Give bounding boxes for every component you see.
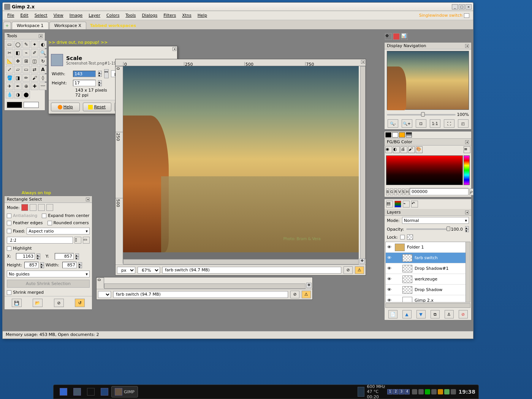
expand-checkbox[interactable]	[42, 214, 46, 218]
paths-tab[interactable]: ⌁	[403, 201, 410, 207]
highlight-checkbox[interactable]	[7, 246, 11, 251]
tray-icon-4[interactable]	[431, 389, 437, 394]
foreground-tool[interactable]: ◧	[14, 49, 22, 57]
zoom-out-button[interactable]: 🔍-	[388, 119, 398, 128]
menu-colors[interactable]: Colors	[103, 12, 122, 19]
layer-row[interactable]: 👁 Drop Shadow#1	[386, 263, 470, 274]
r-channel-button[interactable]: R	[394, 188, 397, 195]
h-down[interactable]: ▼	[40, 265, 44, 268]
pager-1[interactable]: 1	[387, 389, 393, 394]
b-channel-button[interactable]: B	[386, 188, 389, 195]
scrollbar-horizontal[interactable]	[123, 259, 359, 264]
eyedropper-button[interactable]: ⌮	[469, 188, 473, 195]
portrait-button[interactable]: ▯	[74, 237, 81, 244]
color-grad-swatch[interactable]	[406, 132, 412, 138]
layer-scrollbar[interactable]	[466, 242, 470, 302]
w-down[interactable]: ▼	[78, 265, 82, 268]
visibility-icon[interactable]: 👁	[387, 255, 393, 261]
height-up[interactable]: ▲	[98, 80, 102, 83]
picker-menu-tab[interactable]: ≡	[464, 146, 470, 153]
perspective-tool[interactable]: ▭	[22, 66, 30, 73]
delete-options-button[interactable]: ⊘	[54, 299, 64, 307]
opacity-slider[interactable]	[406, 228, 448, 230]
color-bg-swatch[interactable]	[392, 132, 398, 138]
foreground-color-swatch[interactable]	[7, 102, 22, 108]
menu-edit[interactable]: Edit	[17, 12, 31, 19]
fixed-checkbox[interactable]	[7, 229, 11, 233]
anchor-layer-button[interactable]: ⚓	[445, 310, 454, 318]
layer-row[interactable]: 👁 werkzeuge	[386, 274, 470, 285]
y-input[interactable]	[55, 253, 74, 260]
panel-collapse-icon-2[interactable]: ◂	[86, 198, 90, 201]
h-up[interactable]: ▲	[40, 262, 44, 265]
canvas-area[interactable]: Photo: Bram & Vera	[123, 66, 359, 264]
menu-view[interactable]: View	[51, 12, 66, 19]
close-button[interactable]: ×	[466, 4, 472, 10]
menu-file[interactable]: File	[4, 12, 17, 19]
scrollbar-h-2[interactable]	[104, 283, 306, 289]
layer-row[interactable]: 👁 Drop Shadow	[386, 285, 470, 295]
zoom-select[interactable]: 67%	[138, 267, 160, 274]
new-tab-button[interactable]: +	[3, 22, 11, 29]
kmenu-button[interactable]	[57, 386, 70, 397]
color-fg-swatch[interactable]	[385, 132, 391, 138]
shear-tool[interactable]: ▱	[14, 66, 22, 73]
tray-icon-6[interactable]	[444, 389, 450, 394]
g-channel-button[interactable]: G	[390, 188, 393, 195]
shrink-merged-checkbox[interactable]	[7, 290, 11, 295]
tray-icon-3[interactable]	[425, 389, 430, 394]
measure-tool[interactable]: 📐	[6, 57, 13, 65]
zoom-in-button[interactable]: 🔍+	[402, 119, 412, 128]
width-up[interactable]: ▲	[98, 71, 102, 74]
dock-tab-icon[interactable]	[393, 33, 400, 40]
minimize-button[interactable]: _	[452, 4, 458, 10]
s-channel-button[interactable]: S	[402, 188, 405, 195]
pager-3[interactable]: 3	[399, 389, 404, 394]
rotate-tool[interactable]: ↻	[39, 57, 47, 65]
layer-row-folder[interactable]: 👁 Folder 1	[386, 242, 470, 253]
background-color-swatch[interactable]	[24, 102, 39, 108]
y-up[interactable]: ▲	[75, 253, 79, 256]
eraser-tool[interactable]: ◊	[39, 74, 47, 82]
color-collapse-icon[interactable]: ◂	[465, 140, 469, 144]
delete-layer-button[interactable]: ⊘	[459, 310, 468, 318]
workspace-tab-2[interactable]: Workspace X	[49, 22, 86, 29]
navigation-thumbnail[interactable]	[387, 51, 469, 110]
visibility-icon[interactable]: 👁	[387, 277, 393, 282]
battery-icon[interactable]	[358, 387, 364, 397]
hue-strip[interactable]	[464, 155, 470, 185]
wheel-picker-tab[interactable]: ◐	[393, 146, 400, 153]
bucket-tool[interactable]: 🪣	[6, 74, 13, 82]
move-tool[interactable]: ✥	[14, 57, 22, 65]
ellipse-select-tool[interactable]: ◯	[14, 41, 22, 48]
singlewindow-switch[interactable]: Singlewindow switch	[417, 12, 472, 19]
menu-image[interactable]: Image	[66, 12, 86, 19]
layer-hscroll[interactable]	[385, 303, 470, 308]
zoom-window-button[interactable]: ◰	[458, 119, 469, 128]
zoom-slider[interactable]	[387, 114, 456, 116]
opacity-down[interactable]: ▼	[465, 229, 469, 232]
brush-tool[interactable]: 🖌	[31, 74, 38, 82]
menu-select[interactable]: Select	[32, 12, 51, 19]
menu-filters[interactable]: Filters	[160, 12, 179, 19]
warning-button-2[interactable]: ⚠	[302, 291, 311, 298]
canvas-status-text[interactable]	[162, 267, 341, 274]
tray-icon-2[interactable]	[418, 389, 424, 394]
tray-icon-7[interactable]	[451, 389, 456, 394]
panel-collapse-icon[interactable]: ◂	[39, 34, 43, 38]
taskbar-app-gimp[interactable]: GIMP	[111, 386, 138, 397]
x-down[interactable]: ▼	[36, 256, 40, 260]
tray-icon-1[interactable]	[412, 389, 417, 394]
smudge-tool[interactable]: 〰	[39, 82, 47, 90]
flip-tool[interactable]: ⇄	[31, 66, 38, 73]
visibility-icon[interactable]: 👁	[387, 266, 393, 271]
reset-options-button[interactable]: ↺	[75, 299, 85, 307]
restore-options-button[interactable]: 📂	[33, 299, 43, 307]
feather-checkbox[interactable]	[7, 221, 11, 225]
extra-tool[interactable]: ⬤	[22, 91, 30, 98]
x-input[interactable]	[16, 253, 35, 260]
color-gradient-area[interactable]	[386, 155, 463, 185]
visibility-icon[interactable]: 👁	[387, 298, 393, 303]
menu-layer[interactable]: Layer	[86, 12, 103, 19]
gimp-picker-tab[interactable]: ◉	[385, 146, 392, 153]
